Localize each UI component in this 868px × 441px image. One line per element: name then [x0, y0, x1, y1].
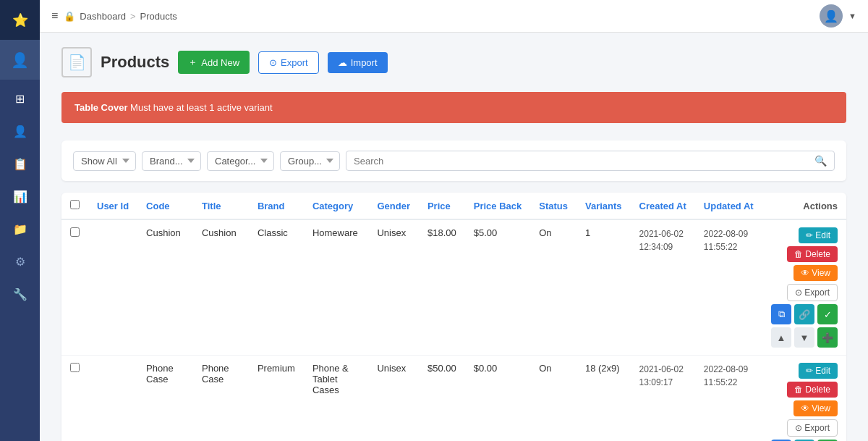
- export-button[interactable]: ⊙ Export: [258, 51, 319, 74]
- header-checkbox: [61, 193, 88, 219]
- user-menu-chevron-icon[interactable]: ▼: [848, 12, 856, 20]
- row-user-id: [88, 219, 137, 356]
- page-title: Products: [101, 53, 169, 72]
- row-title: Phone Case: [193, 356, 249, 442]
- col-brand: Brand: [249, 193, 304, 219]
- row-category: Homeware: [304, 219, 369, 356]
- add-new-button[interactable]: ＋ Add New: [178, 51, 250, 74]
- row-price-back: $0.00: [465, 356, 531, 442]
- check-icon-button[interactable]: ✓: [817, 304, 838, 324]
- row-checkbox: [61, 219, 88, 356]
- sidebar-avatar: 👤: [0, 40, 40, 80]
- breadcrumb-home[interactable]: Dashboard: [80, 11, 126, 22]
- group-select[interactable]: Group...: [280, 151, 340, 171]
- row-actions-container: ✏ Edit 🗑 Delete 👁 View ⊙ Export ⧉ 🔗 ✓ ▲ …: [771, 363, 838, 441]
- show-all-select[interactable]: Show All: [73, 151, 136, 171]
- col-code: Code: [137, 193, 193, 219]
- import-icon: ☁: [338, 57, 347, 68]
- breadcrumb-lock-icon: 🔒: [64, 11, 75, 22]
- row-updated-at: 2022-08-0911:55:22: [695, 356, 762, 442]
- sidebar-logo: ⭐: [0, 0, 40, 40]
- row-actions: ✏ Edit 🗑 Delete 👁 View ⊙ Export ⧉ 🔗 ✓ ▲ …: [762, 219, 846, 356]
- row-created-at: 2021-06-0213:09:17: [631, 356, 695, 442]
- table-header-row: User Id Code Title Brand Category Gender…: [61, 193, 846, 219]
- sidebar-item-products[interactable]: 📋: [0, 148, 40, 180]
- topbar: ≡ 🔒 Dashboard > Products 👤 ▼: [40, 0, 868, 33]
- row-select-checkbox[interactable]: [70, 227, 80, 237]
- col-status: Status: [530, 193, 576, 219]
- plus-icon: ＋: [188, 56, 197, 69]
- view-button[interactable]: 👁 View: [793, 400, 838, 416]
- export-row-button[interactable]: ⊙ Export: [787, 419, 838, 437]
- row-checkbox: [61, 356, 88, 442]
- row-gender: Unisex: [368, 356, 419, 442]
- row-price-back: $5.00: [465, 219, 531, 356]
- chevron-up-icon-button[interactable]: ▲: [771, 327, 791, 348]
- user-avatar[interactable]: 👤: [820, 4, 843, 28]
- col-actions: Actions: [762, 193, 846, 219]
- sidebar-item-users[interactable]: 👤: [0, 115, 40, 148]
- col-gender: Gender: [368, 193, 419, 219]
- sidebar-item-tools[interactable]: 🔧: [0, 278, 40, 311]
- breadcrumb: 🔒 Dashboard > Products: [64, 11, 177, 22]
- sidebar-item-files[interactable]: 📁: [0, 213, 40, 245]
- content-area: 📄 Products ＋ Add New ⊙ Export ☁ Import T…: [40, 33, 868, 441]
- row-gender: Unisex: [368, 219, 419, 356]
- sidebar-item-dashboard[interactable]: ⊞: [0, 83, 40, 115]
- col-variants: Variants: [576, 193, 631, 219]
- sidebar-item-settings[interactable]: ⚙: [0, 245, 40, 278]
- add-icon-button[interactable]: ➕: [817, 327, 838, 348]
- sidebar: ⭐ 👤 ⊞ 👤 📋 📊 📁 ⚙ 🔧: [0, 0, 40, 441]
- row-status: On: [530, 356, 576, 442]
- edit-button[interactable]: ✏ Edit: [799, 227, 838, 243]
- row-variants: 1: [576, 219, 631, 356]
- hamburger-icon[interactable]: ≡: [51, 9, 58, 22]
- search-icon: 🔍: [814, 155, 827, 167]
- row-price: $50.00: [419, 356, 465, 442]
- edit-button[interactable]: ✏ Edit: [799, 363, 838, 379]
- row-price: $18.00: [419, 219, 465, 356]
- row-code: Phone Case: [137, 356, 193, 442]
- row-code: Cushion: [137, 219, 193, 356]
- row-created-at: 2021-06-0212:34:09: [631, 219, 695, 356]
- page-icon: 📄: [61, 47, 92, 77]
- category-select[interactable]: Categor...: [207, 151, 274, 171]
- delete-button[interactable]: 🗑 Delete: [787, 246, 838, 262]
- sidebar-item-analytics[interactable]: 📊: [0, 180, 40, 213]
- breadcrumb-current: Products: [140, 11, 177, 22]
- table-row: Cushion Cushion Classic Homeware Unisex …: [61, 219, 846, 356]
- select-all-checkbox[interactable]: [70, 200, 80, 209]
- row-select-checkbox[interactable]: [70, 363, 80, 372]
- view-button[interactable]: 👁 View: [793, 265, 838, 281]
- filters-bar: Show All Brand... Categor... Group... 🔍: [61, 140, 846, 181]
- col-price-back: Price Back: [465, 193, 531, 219]
- alert-banner: Table Cover Must have at least 1 active …: [61, 92, 846, 123]
- export-row-button[interactable]: ⊙ Export: [787, 284, 838, 301]
- col-price: Price: [419, 193, 465, 219]
- page-header: 📄 Products ＋ Add New ⊙ Export ☁ Import: [61, 47, 846, 77]
- row-user-id: [88, 356, 137, 442]
- search-box: 🔍: [346, 151, 835, 171]
- row-actions-container: ✏ Edit 🗑 Delete 👁 View ⊙ Export ⧉ 🔗 ✓ ▲ …: [771, 227, 838, 348]
- export-icon: ⊙: [269, 57, 277, 68]
- row-category: Phone &Tablet Cases: [304, 356, 369, 442]
- main-area: ≡ 🔒 Dashboard > Products 👤 ▼ 📄 Products …: [40, 0, 868, 441]
- col-updated-at: Updated At: [695, 193, 762, 219]
- row-brand: Classic: [249, 219, 304, 356]
- import-button[interactable]: ☁ Import: [328, 52, 388, 73]
- row-title: Cushion: [193, 219, 249, 356]
- col-category: Category: [304, 193, 369, 219]
- chevron-down-icon-button[interactable]: ▼: [794, 327, 814, 348]
- link-icon-button[interactable]: 🔗: [794, 304, 814, 324]
- brand-select[interactable]: Brand...: [142, 151, 201, 171]
- copy-icon-button[interactable]: ⧉: [771, 304, 791, 324]
- row-brand: Premium: [249, 356, 304, 442]
- delete-button[interactable]: 🗑 Delete: [787, 382, 838, 398]
- row-variants: 18 (2x9): [576, 356, 631, 442]
- topbar-right: 👤 ▼: [820, 4, 856, 28]
- topbar-left: ≡ 🔒 Dashboard > Products: [51, 9, 177, 22]
- search-input[interactable]: [354, 156, 814, 167]
- products-table: User Id Code Title Brand Category Gender…: [61, 193, 846, 441]
- col-created-at: Created At: [631, 193, 695, 219]
- col-user-id: User Id: [88, 193, 137, 219]
